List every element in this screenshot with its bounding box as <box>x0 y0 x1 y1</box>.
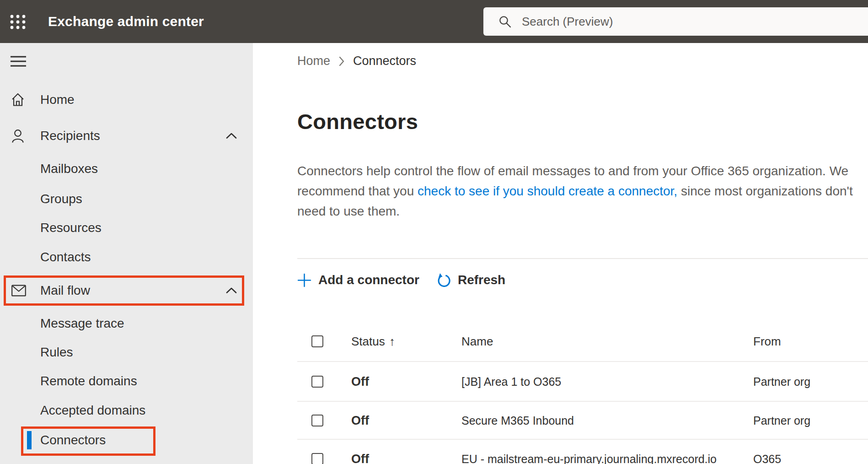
cell-name[interactable]: [JB] Area 1 to O365 <box>461 375 561 388</box>
toolbar-top-divider <box>297 258 868 259</box>
search-icon <box>498 15 512 28</box>
breadcrumb: Home Connectors <box>297 54 416 68</box>
command-bar: Add a connector Refresh <box>297 268 505 292</box>
cell-from: O365 <box>753 453 781 464</box>
search-input[interactable] <box>522 15 842 29</box>
refresh-button[interactable]: Refresh <box>436 272 505 288</box>
sidebar-item-recipients[interactable]: Recipients <box>0 122 253 150</box>
app-launcher-button[interactable] <box>7 11 29 32</box>
sidebar-item-groups[interactable]: Groups <box>0 185 253 213</box>
selected-item-indicator <box>27 431 32 449</box>
breadcrumb-current: Connectors <box>353 54 416 68</box>
select-all-checkbox[interactable] <box>311 335 323 347</box>
table-header-row: Status ↑ Name From <box>297 322 868 362</box>
add-connector-button[interactable]: Add a connector <box>297 273 419 287</box>
create-connector-check-link[interactable]: check to see if you should create a conn… <box>418 184 677 198</box>
row-checkbox[interactable] <box>311 376 323 388</box>
chevron-up-icon <box>226 133 237 139</box>
plus-icon <box>297 273 311 287</box>
page-description: Connectors help control the flow of emai… <box>297 161 857 221</box>
cell-from: Partner org <box>753 375 810 388</box>
cell-name[interactable]: Secure M365 Inbound <box>461 414 574 427</box>
sidebar-item-remote-domains[interactable]: Remote domains <box>0 367 253 395</box>
page-title: Connectors <box>297 109 418 134</box>
row-checkbox[interactable] <box>311 415 323 426</box>
sidebar-item-home[interactable]: Home <box>0 86 253 113</box>
cell-name[interactable]: EU - mailstream-eu-primary.journaling.mx… <box>461 453 717 464</box>
left-navigation: Home Recipients Mailboxes Groups Resourc… <box>0 43 253 464</box>
top-app-bar: Exchange admin center <box>0 0 868 43</box>
nav-collapse-button[interactable] <box>11 56 29 70</box>
app-title: Exchange admin center <box>48 0 204 43</box>
sidebar-item-message-trace[interactable]: Message trace <box>0 310 253 337</box>
waffle-icon <box>10 15 26 29</box>
column-header-name[interactable]: Name <box>461 335 493 349</box>
column-header-status[interactable]: Status <box>351 335 385 349</box>
chevron-up-icon <box>226 287 237 294</box>
sidebar-item-mailboxes[interactable]: Mailboxes <box>0 155 253 183</box>
cell-status: Off <box>351 452 369 464</box>
sidebar-item-accepted-domains[interactable]: Accepted domains <box>0 397 253 424</box>
sidebar-item-contacts[interactable]: Contacts <box>0 243 253 271</box>
sort-ascending-icon: ↑ <box>389 335 395 349</box>
sidebar-item-connectors[interactable]: Connectors <box>0 426 253 454</box>
sidebar-item-resources[interactable]: Resources <box>0 214 253 242</box>
home-icon <box>11 93 24 107</box>
row-checkbox[interactable] <box>311 453 323 464</box>
cell-status: Off <box>351 413 369 427</box>
table-row[interactable]: Off Secure M365 Inbound Partner org <box>297 402 868 440</box>
cell-status: Off <box>351 374 369 388</box>
hamburger-icon <box>11 56 26 67</box>
sidebar-item-mail-flow[interactable]: Mail flow <box>0 277 253 304</box>
column-header-from[interactable]: From <box>753 335 781 349</box>
table-row[interactable]: Off EU - mailstream-eu-primary.journalin… <box>297 440 868 464</box>
global-search <box>483 7 868 36</box>
chevron-right-icon <box>339 56 344 66</box>
person-icon <box>11 129 24 143</box>
mail-icon <box>11 285 26 297</box>
refresh-icon <box>436 272 452 288</box>
table-row[interactable]: Off [JB] Area 1 to O365 Partner org <box>297 362 868 402</box>
breadcrumb-home-link[interactable]: Home <box>297 54 330 68</box>
cell-from: Partner org <box>753 414 810 427</box>
sidebar-item-rules[interactable]: Rules <box>0 339 253 366</box>
